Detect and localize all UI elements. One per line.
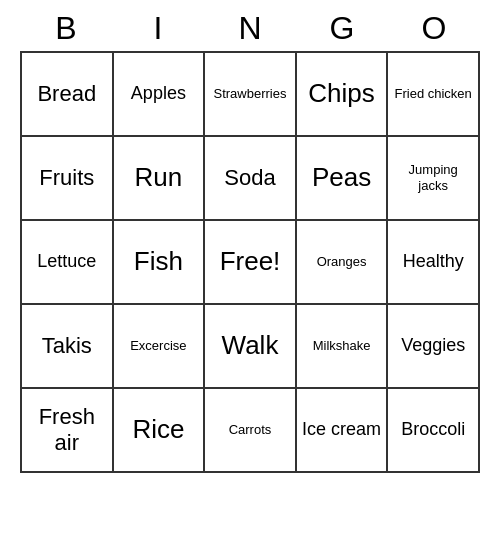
bingo-cell: Oranges xyxy=(297,221,389,305)
bingo-cell: Bread xyxy=(22,53,114,137)
bingo-cell: Strawberries xyxy=(205,53,297,137)
bingo-cell: Fresh air xyxy=(22,389,114,473)
bingo-cell: Milkshake xyxy=(297,305,389,389)
bingo-cell: Broccoli xyxy=(388,389,480,473)
bingo-cell: Jumping jacks xyxy=(388,137,480,221)
bingo-row: FruitsRunSodaPeasJumping jacks xyxy=(22,137,480,221)
bingo-cell: Ice cream xyxy=(297,389,389,473)
bingo-row: LettuceFishFree!OrangesHealthy xyxy=(22,221,480,305)
bingo-letter: N xyxy=(206,10,294,47)
bingo-cell: Lettuce xyxy=(22,221,114,305)
bingo-cell: Veggies xyxy=(388,305,480,389)
bingo-cell: Fruits xyxy=(22,137,114,221)
bingo-letter: I xyxy=(114,10,202,47)
bingo-grid: BreadApplesStrawberriesChipsFried chicke… xyxy=(20,51,480,473)
bingo-cell: Walk xyxy=(205,305,297,389)
bingo-cell: Apples xyxy=(114,53,206,137)
bingo-cell: Chips xyxy=(297,53,389,137)
bingo-cell: Fried chicken xyxy=(388,53,480,137)
bingo-letter: B xyxy=(22,10,110,47)
bingo-cell: Rice xyxy=(114,389,206,473)
bingo-cell: Peas xyxy=(297,137,389,221)
bingo-cell: Soda xyxy=(205,137,297,221)
bingo-row: BreadApplesStrawberriesChipsFried chicke… xyxy=(22,53,480,137)
bingo-cell: Healthy xyxy=(388,221,480,305)
bingo-letter: O xyxy=(390,10,478,47)
bingo-row: Fresh airRiceCarrotsIce creamBroccoli xyxy=(22,389,480,473)
bingo-letter: G xyxy=(298,10,386,47)
bingo-cell: Takis xyxy=(22,305,114,389)
bingo-cell: Free! xyxy=(205,221,297,305)
bingo-cell: Carrots xyxy=(205,389,297,473)
bingo-row: TakisExcerciseWalkMilkshakeVeggies xyxy=(22,305,480,389)
bingo-cell: Run xyxy=(114,137,206,221)
bingo-cell: Excercise xyxy=(114,305,206,389)
bingo-title: BINGO xyxy=(20,10,480,47)
bingo-cell: Fish xyxy=(114,221,206,305)
